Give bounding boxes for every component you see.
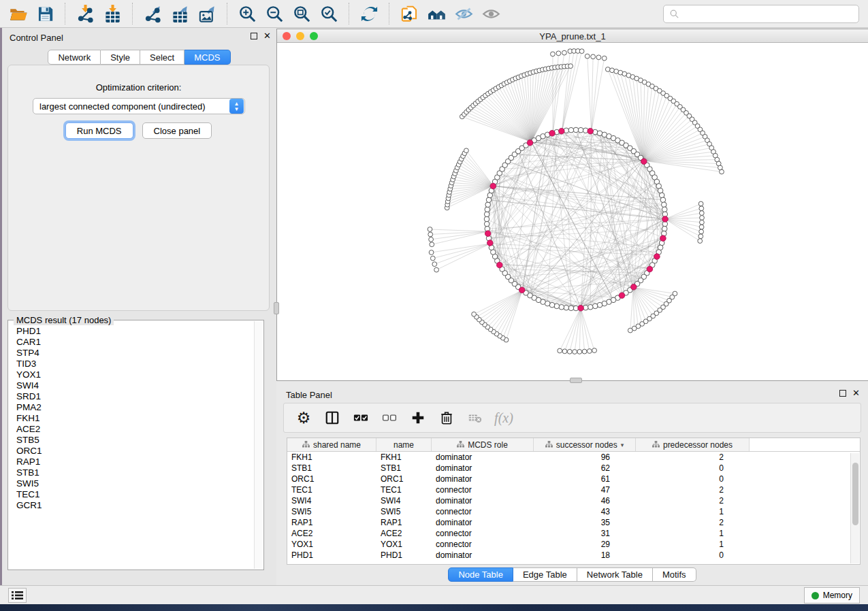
table-row[interactable]: TEC1TEC1connector472 — [287, 484, 860, 495]
mcds-result-item[interactable]: STP4 — [16, 348, 254, 359]
cell-name: YOX1 — [376, 539, 432, 550]
close-table-panel-icon[interactable]: ✕ — [852, 390, 860, 397]
export-image-button[interactable] — [193, 2, 221, 25]
vertical-splitter-grip[interactable] — [274, 302, 279, 314]
hide-selected-button[interactable] — [450, 2, 477, 25]
mcds-result-item[interactable]: ACE2 — [16, 424, 254, 435]
task-history-button[interactable] — [8, 588, 27, 603]
result-scrollbar[interactable] — [254, 321, 263, 569]
mcds-result-item[interactable]: PMA2 — [16, 402, 254, 413]
mcds-result-item[interactable]: STB5 — [16, 435, 254, 446]
mcds-result-item[interactable]: STB1 — [16, 467, 254, 478]
search-input[interactable] — [679, 7, 858, 22]
column-header-MCDS-role[interactable]: MCDS role — [432, 438, 534, 451]
table-row[interactable]: PHD1PHD1dominator180 — [287, 550, 860, 561]
table-row[interactable]: ORC1ORC1dominator610 — [287, 474, 860, 484]
table-row[interactable]: YOX1YOX1connector291 — [287, 539, 860, 550]
node-table: shared namenameMCDS rolesuccessor nodes▾… — [287, 437, 861, 565]
criterion-dropdown[interactable]: largest connected component (undirected)… — [33, 98, 245, 114]
column-label: shared name — [313, 440, 361, 450]
tab-network-table[interactable]: Network Table — [577, 567, 653, 582]
table-settings-button[interactable]: ⚙ — [293, 408, 314, 428]
export-table-button[interactable] — [166, 2, 193, 25]
clone-network-button[interactable] — [396, 2, 423, 25]
search-box[interactable] — [663, 5, 859, 23]
float-table-panel-icon[interactable] — [839, 390, 846, 397]
cell-shared-name: FKH1 — [287, 452, 376, 463]
zoom-fit-button[interactable] — [288, 2, 315, 25]
first-neighbors-button[interactable] — [423, 2, 450, 25]
mcds-result-list[interactable]: PHD1CAR1STP4TID3YOX1SWI4SRD1PMA2FKH1ACE2… — [8, 326, 254, 568]
network-graph[interactable] — [277, 43, 867, 380]
network-canvas[interactable] — [277, 43, 867, 380]
mcds-result-item[interactable]: RAP1 — [16, 457, 254, 467]
mcds-result-item[interactable]: YOX1 — [16, 369, 254, 380]
select-all-button[interactable] — [351, 408, 371, 428]
zoom-in-icon — [238, 5, 257, 23]
tab-network[interactable]: Network — [48, 50, 101, 65]
mcds-result-item[interactable]: ORC1 — [16, 446, 254, 457]
mcds-result-item[interactable]: TID3 — [16, 359, 254, 369]
add-column-button[interactable] — [408, 408, 428, 428]
mcds-result-item[interactable]: SWI5 — [16, 478, 254, 489]
tab-node-table[interactable]: Node Table — [448, 567, 513, 582]
table-scrollbar-thumb[interactable] — [852, 463, 858, 525]
table-row[interactable]: SWI4SWI4dominator462 — [287, 495, 860, 506]
import-network-button[interactable] — [71, 2, 99, 25]
zoom-selected-button[interactable] — [315, 2, 342, 25]
trash-icon — [439, 410, 454, 425]
tab-style[interactable]: Style — [101, 50, 140, 65]
mcds-result-item[interactable]: TEC1 — [16, 489, 254, 500]
open-file-button[interactable] — [4, 2, 31, 25]
tab-mcds[interactable]: MCDS — [184, 50, 230, 65]
search-icon — [669, 9, 679, 19]
tab-edge-table[interactable]: Edge Table — [513, 567, 577, 582]
table-scrollbar[interactable] — [850, 453, 859, 563]
network-window-titlebar[interactable]: YPA_prune.txt_1 — [277, 29, 868, 43]
zoom-in-button[interactable] — [234, 2, 261, 25]
mcds-result-item[interactable]: SRD1 — [16, 391, 254, 402]
table-row[interactable]: SWI5SWI5connector431 — [287, 506, 860, 517]
zoom-out-button[interactable] — [261, 2, 288, 25]
cell-shared-name: STB1 — [287, 463, 376, 474]
tab-select[interactable]: Select — [140, 50, 184, 65]
float-panel-icon[interactable] — [251, 33, 257, 39]
close-panel-icon[interactable]: ✕ — [263, 33, 271, 39]
clone-network-icon — [400, 5, 419, 23]
table-row[interactable]: STB1STB1dominator620 — [287, 463, 860, 474]
close-panel-button[interactable]: Close panel — [142, 122, 212, 139]
mcds-result-title: MCDS result (17 nodes) — [14, 315, 114, 325]
cell-MCDS-role: dominator — [432, 517, 534, 528]
table-row[interactable]: FKH1FKH1dominator962 — [287, 452, 860, 463]
deselect-all-button[interactable] — [379, 408, 400, 428]
memory-label: Memory — [823, 591, 852, 600]
horizontal-splitter-grip[interactable] — [570, 378, 582, 383]
import-network-icon — [76, 5, 95, 23]
refresh-button[interactable] — [355, 2, 383, 25]
column-type-icon — [457, 441, 464, 448]
import-table-button[interactable] — [99, 2, 126, 25]
mcds-result-item[interactable]: SWI4 — [16, 380, 254, 391]
show-all-button[interactable] — [477, 2, 504, 25]
cell-MCDS-role: dominator — [432, 463, 534, 474]
column-header-successor-nodes[interactable]: successor nodes▾ — [534, 438, 636, 451]
column-header-predecessor-nodes[interactable]: predecessor nodes — [636, 438, 750, 451]
mcds-result-item[interactable]: CAR1 — [16, 337, 254, 348]
table-row[interactable]: ACE2ACE2connector311 — [287, 528, 860, 539]
toolbar-separator — [389, 3, 389, 24]
cell-name: SWI5 — [376, 506, 432, 517]
run-mcds-button[interactable]: Run MCDS — [65, 122, 133, 139]
mcds-result-item[interactable]: FKH1 — [16, 413, 254, 424]
mcds-result-item[interactable]: PHD1 — [16, 326, 254, 337]
tab-motifs[interactable]: Motifs — [653, 567, 696, 582]
column-header-name[interactable]: name — [376, 438, 432, 451]
memory-button[interactable]: Memory — [804, 587, 860, 604]
mcds-result-item[interactable]: GCR1 — [16, 500, 254, 511]
table-row[interactable]: RAP1RAP1dominator352 — [287, 517, 860, 528]
function-icon: f(x) — [494, 410, 513, 426]
column-chooser-button[interactable] — [322, 408, 342, 428]
export-network-button[interactable] — [139, 2, 166, 25]
delete-column-button[interactable] — [436, 408, 457, 428]
save-session-button[interactable] — [31, 2, 59, 25]
column-header-shared-name[interactable]: shared name — [287, 438, 376, 451]
